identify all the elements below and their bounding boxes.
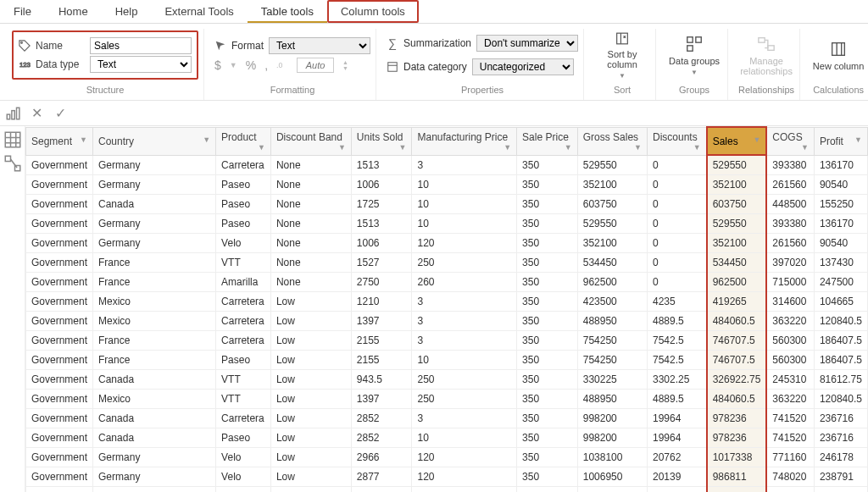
- format-select[interactable]: Text: [269, 37, 370, 54]
- table-cell[interactable]: 81612.75: [814, 370, 867, 390]
- table-cell[interactable]: Low: [270, 467, 351, 487]
- table-cell[interactable]: 104665: [814, 292, 867, 312]
- table-row[interactable]: GovernmentFranceAmarillaNone275026035096…: [26, 273, 868, 292]
- table-cell[interactable]: 419265: [707, 292, 767, 312]
- table-cell[interactable]: 488950: [577, 312, 647, 331]
- table-cell[interactable]: None: [270, 195, 351, 214]
- table-cell[interactable]: Low: [270, 448, 351, 467]
- table-cell[interactable]: France: [93, 331, 216, 351]
- table-cell[interactable]: 2966: [351, 448, 412, 467]
- table-cell[interactable]: 250: [412, 370, 517, 390]
- table-cell[interactable]: 20139: [648, 487, 707, 493]
- table-cell[interactable]: 3: [412, 155, 517, 175]
- table-cell[interactable]: 326922.75: [707, 370, 767, 390]
- table-cell[interactable]: Carretera: [216, 292, 271, 312]
- table-cell[interactable]: 314600: [766, 292, 814, 312]
- table-cell[interactable]: Government: [26, 253, 93, 273]
- table-cell[interactable]: Paseo: [216, 195, 271, 214]
- table-cell[interactable]: 2852: [351, 409, 412, 428]
- table-cell[interactable]: 1006950: [577, 467, 647, 487]
- currency-button[interactable]: $: [214, 58, 221, 72]
- column-header[interactable]: Sale Price▼: [517, 127, 578, 155]
- table-cell[interactable]: 352100: [707, 234, 767, 253]
- table-row[interactable]: GovernmentMexicoCarreteraLow121033504235…: [26, 292, 868, 312]
- table-cell[interactable]: Government: [26, 487, 93, 493]
- table-cell[interactable]: 20139: [648, 467, 707, 487]
- table-cell[interactable]: 350: [517, 448, 578, 467]
- table-cell[interactable]: Government: [26, 370, 93, 390]
- table-cell[interactable]: 19964: [648, 428, 707, 448]
- table-cell[interactable]: 247500: [814, 273, 867, 292]
- table-cell[interactable]: Germany: [93, 448, 216, 467]
- table-cell[interactable]: 0: [648, 273, 707, 292]
- comma-button[interactable]: ,: [264, 58, 268, 72]
- table-cell[interactable]: 4889.5: [648, 312, 707, 331]
- menu-external-tools[interactable]: External Tools: [151, 0, 247, 23]
- menu-help[interactable]: Help: [102, 0, 152, 23]
- table-cell[interactable]: 2852: [351, 428, 412, 448]
- table-cell[interactable]: 603750: [707, 195, 767, 214]
- table-cell[interactable]: 186407.5: [814, 351, 867, 370]
- table-cell[interactable]: Government: [26, 428, 93, 448]
- table-cell[interactable]: 352100: [577, 234, 647, 253]
- table-cell[interactable]: 246178: [814, 448, 867, 467]
- table-cell[interactable]: Carretera: [216, 312, 271, 331]
- sort-by-column-button[interactable]: Sort by column ▼: [594, 30, 650, 80]
- table-cell[interactable]: Mexico: [93, 312, 216, 331]
- table-cell[interactable]: Canada: [93, 370, 216, 390]
- table-cell[interactable]: 771160: [766, 448, 814, 467]
- datacategory-select[interactable]: Uncategorized: [472, 58, 574, 75]
- table-cell[interactable]: 250: [412, 253, 517, 273]
- table-cell[interactable]: 1006950: [577, 487, 647, 493]
- table-row[interactable]: GovernmentFranceCarreteraLow215533507542…: [26, 331, 868, 351]
- column-header[interactable]: Profit▼: [814, 127, 867, 155]
- table-cell[interactable]: 120840.5: [814, 390, 867, 409]
- table-cell[interactable]: 1725: [351, 195, 412, 214]
- table-cell[interactable]: 484060.5: [707, 390, 767, 409]
- table-cell[interactable]: 20762: [648, 448, 707, 467]
- table-cell[interactable]: 0: [648, 195, 707, 214]
- table-cell[interactable]: 350: [517, 390, 578, 409]
- table-cell[interactable]: 155250: [814, 195, 867, 214]
- table-cell[interactable]: 350: [517, 370, 578, 390]
- table-cell[interactable]: Carretera: [216, 409, 271, 428]
- table-cell[interactable]: 754250: [577, 331, 647, 351]
- chevron-down-icon[interactable]: ▼: [504, 143, 511, 152]
- table-cell[interactable]: None: [270, 214, 351, 234]
- table-cell[interactable]: 120: [412, 234, 517, 253]
- table-cell[interactable]: 363220: [766, 390, 814, 409]
- table-cell[interactable]: 350: [517, 312, 578, 331]
- table-cell[interactable]: None: [270, 253, 351, 273]
- table-cell[interactable]: Low: [270, 351, 351, 370]
- table-cell[interactable]: 1513: [351, 155, 412, 175]
- table-cell[interactable]: 10: [412, 351, 517, 370]
- data-groups-button[interactable]: Data groups ▼: [666, 30, 722, 80]
- column-header[interactable]: COGS▼: [766, 127, 814, 155]
- table-cell[interactable]: Paseo: [216, 175, 271, 195]
- table-cell[interactable]: Government: [26, 214, 93, 234]
- table-cell[interactable]: 998200: [577, 428, 647, 448]
- table-cell[interactable]: Canada: [93, 195, 216, 214]
- table-cell[interactable]: Low: [270, 312, 351, 331]
- table-cell[interactable]: 484060.5: [707, 312, 767, 331]
- table-cell[interactable]: 529550: [707, 155, 767, 175]
- table-cell[interactable]: France: [93, 273, 216, 292]
- table-cell[interactable]: VTT: [216, 253, 271, 273]
- table-cell[interactable]: 2155: [351, 331, 412, 351]
- table-cell[interactable]: 529550: [577, 214, 647, 234]
- table-cell[interactable]: 236716: [814, 428, 867, 448]
- table-cell[interactable]: 746707.5: [707, 331, 767, 351]
- column-header[interactable]: Segment▼: [26, 127, 93, 155]
- table-row[interactable]: GovernmentCanadaVTTLow943.52503503302253…: [26, 370, 868, 390]
- table-cell[interactable]: Germany: [93, 175, 216, 195]
- table-cell[interactable]: Low: [270, 390, 351, 409]
- table-cell[interactable]: 754250: [577, 351, 647, 370]
- model-view-icon[interactable]: [4, 155, 21, 172]
- table-cell[interactable]: None: [270, 273, 351, 292]
- data-view-icon[interactable]: [4, 131, 21, 148]
- table-cell[interactable]: 0: [648, 234, 707, 253]
- table-cell[interactable]: 560300: [766, 331, 814, 351]
- table-cell[interactable]: 120840.5: [814, 312, 867, 331]
- decimals-input[interactable]: [297, 58, 334, 73]
- table-row[interactable]: GovernmentFrancePaseoLow2155103507542507…: [26, 351, 868, 370]
